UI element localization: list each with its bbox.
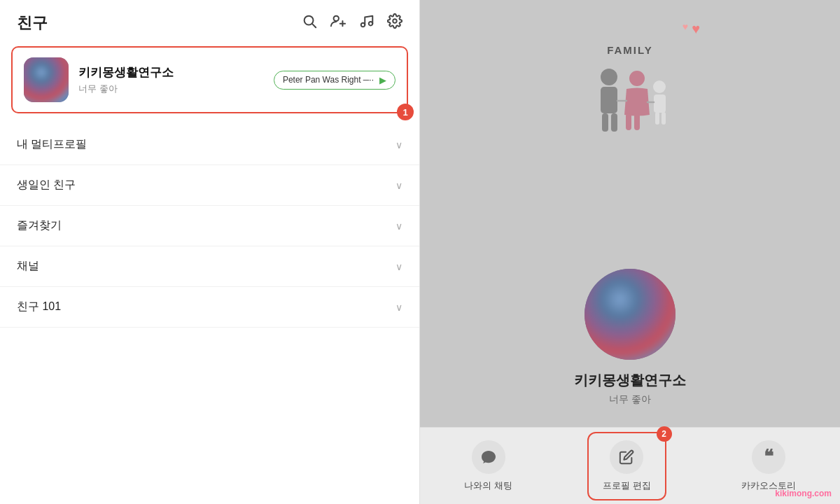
avatar [24, 57, 69, 102]
menu-label-birthday: 생일인 친구 [17, 178, 76, 192]
left-panel: 친구 [0, 0, 420, 504]
action-label-chat: 나와의 채팅 [464, 479, 512, 492]
search-icon[interactable] [302, 13, 317, 33]
family-section: ♥ ♥ FAMILY [567, 21, 693, 151]
menu-item-favorites[interactable]: 즐겨찾기 ∨ [0, 206, 419, 246]
action-bar: 나와의 채팅 2 프로필 편집 ❝ 카카오스토리 kikimong.com [420, 427, 840, 504]
music-title: Peter Pan Was Right ─·· [283, 75, 374, 85]
kakao-story-icon: ❝ [752, 440, 785, 474]
svg-rect-17 [655, 112, 659, 125]
page-title: 친구 [17, 13, 48, 34]
right-panel: ♥ ♥ FAMILY [420, 0, 840, 504]
svg-rect-9 [601, 87, 617, 113]
profile-status: 너무 좋아 [78, 83, 264, 95]
svg-rect-10 [602, 113, 608, 132]
svg-point-15 [653, 80, 666, 93]
header: 친구 [0, 0, 419, 41]
menu-item-multi-profile[interactable]: 내 멀티프로필 ∨ [0, 125, 419, 165]
heart-icon-large: ♥ [692, 21, 700, 37]
right-profile-status: 너무 좋아 [609, 393, 651, 406]
svg-rect-11 [611, 113, 617, 132]
svg-rect-16 [654, 94, 666, 113]
svg-rect-14 [634, 113, 640, 130]
svg-rect-13 [626, 113, 631, 130]
settings-icon[interactable] [387, 13, 402, 33]
music-icon[interactable] [359, 13, 374, 33]
chevron-down-icon: ∨ [396, 261, 402, 272]
menu-list: 내 멀티프로필 ∨ 생일인 친구 ∨ 즐겨찾기 ∨ 채널 ∨ 친구 101 ∨ [0, 125, 419, 504]
add-friend-icon[interactable] [330, 13, 346, 33]
svg-point-12 [629, 71, 645, 86]
svg-point-2 [334, 16, 339, 21]
watermark: kikimong.com [775, 489, 832, 498]
profile-name: 키키몽생활연구소 [78, 64, 264, 80]
svg-rect-18 [662, 112, 666, 125]
chevron-down-icon: ∨ [396, 180, 402, 191]
profile-info: 키키몽생활연구소 너무 좋아 [78, 64, 264, 95]
chat-icon [472, 440, 505, 474]
header-icons [302, 13, 402, 33]
large-avatar [584, 269, 676, 360]
right-profile-name: 키키몽생활연구소 [574, 371, 686, 390]
action-item-chat[interactable]: 나와의 채팅 [450, 433, 526, 499]
menu-label-friends: 친구 101 [17, 300, 61, 314]
svg-point-5 [361, 23, 365, 27]
menu-label-multi-profile: 내 멀티프로필 [17, 137, 87, 152]
music-badge[interactable]: Peter Pan Was Right ─·· ▶ [274, 71, 396, 90]
menu-item-channel[interactable]: 채널 ∨ [0, 246, 419, 287]
badge-number-1: 1 [397, 104, 414, 120]
svg-point-7 [393, 19, 397, 23]
profile-background: ♥ ♥ FAMILY [420, 0, 840, 427]
action-item-edit[interactable]: 2 프로필 편집 [587, 432, 666, 500]
menu-label-channel: 채널 [17, 259, 39, 274]
chevron-down-icon: ∨ [396, 139, 402, 150]
svg-line-1 [312, 24, 316, 27]
chevron-down-icon: ∨ [396, 220, 402, 232]
profile-card[interactable]: 키키몽생활연구소 너무 좋아 Peter Pan Was Right ─·· ▶… [11, 46, 408, 113]
heart-icon-small: ♥ [682, 21, 688, 37]
family-label: FAMILY [607, 44, 653, 56]
action-label-edit: 프로필 편집 [603, 479, 651, 492]
menu-label-favorites: 즐겨찾기 [17, 218, 62, 233]
family-illustration [567, 64, 693, 151]
badge-number-2: 2 [657, 426, 672, 442]
play-icon: ▶ [379, 75, 386, 85]
svg-point-8 [601, 69, 617, 85]
menu-item-friends[interactable]: 친구 101 ∨ [0, 287, 419, 328]
menu-item-birthday[interactable]: 생일인 친구 ∨ [0, 165, 419, 206]
chevron-down-icon: ∨ [396, 302, 402, 313]
svg-point-6 [369, 22, 373, 25]
edit-icon [610, 440, 643, 474]
